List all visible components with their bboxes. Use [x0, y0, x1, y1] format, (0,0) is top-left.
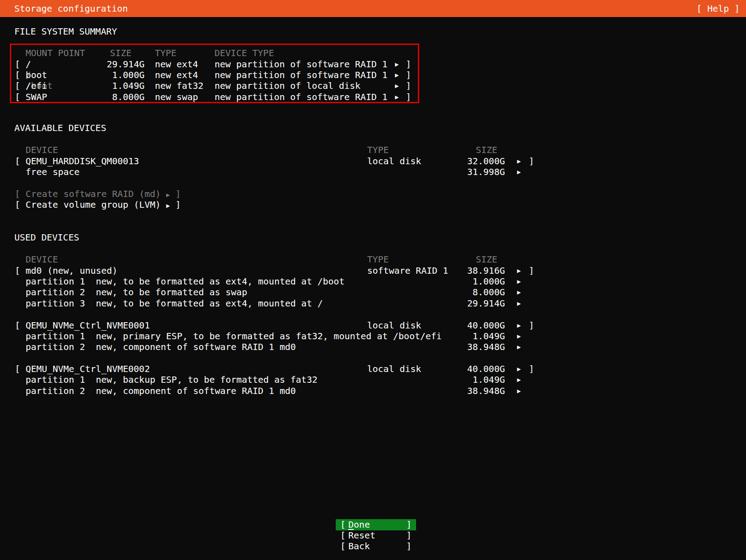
size-value: 1.000G [442, 276, 505, 287]
device-row-md0[interactable]: [ md0 (new, unused) software RAID 1 38.9… [0, 265, 746, 276]
label-rest: Reset [348, 530, 375, 541]
type-value: local disk [367, 156, 421, 166]
bracket-close: ] [529, 320, 534, 331]
label-rest: one [354, 519, 370, 530]
partition-row[interactable]: partition 1 new, to be formatted as ext4… [0, 276, 746, 287]
bracket-open: [ [340, 541, 346, 552]
available-devices-header-row: DEVICE TYPE SIZE [0, 144, 746, 156]
device-row-qemu-harddisk[interactable]: [ QEMU_HARDDISK_QM00013 local disk 32.00… [0, 156, 746, 167]
expand-arrow-icon: ▶ [395, 70, 399, 80]
fs-summary-row-boot-efi[interactable]: [ /boot/efi 1.049G new fat32 new partiti… [0, 80, 746, 92]
size-value: 29.914G [442, 298, 505, 309]
col-mount-point: MOUNT POINT [26, 48, 85, 58]
free-space-row[interactable]: free space 31.998G ▶ [0, 166, 746, 178]
device-row-nvme0002[interactable]: [ QEMU_NVMe_Ctrl_NVME0002 local disk 40.… [0, 363, 746, 375]
fs-summary-row-swap[interactable]: [ SWAP 8.000G new swap new partition of … [0, 92, 746, 103]
size-value: 38.948G [442, 385, 505, 396]
expand-arrow-icon: ▶ [517, 363, 521, 374]
expand-arrow-icon: ▶ [517, 331, 521, 341]
partition-row[interactable]: partition 3 new, to be formatted as ext4… [0, 298, 746, 309]
expand-arrow-icon: ▶ [517, 320, 521, 331]
expand-arrow-icon: ▶ [517, 385, 521, 396]
partition-label: partition 1 new, backup ESP, to be forma… [26, 374, 317, 385]
bracket-open: [ [15, 363, 20, 374]
fs-summary-row-boot[interactable]: [ /boot 1.000G new ext4 new partition of… [0, 70, 746, 81]
size-value: 40.000G [442, 320, 505, 331]
mount-label: / [26, 59, 31, 70]
type-value: software RAID 1 [367, 265, 448, 276]
done-button-label: Done [348, 519, 370, 530]
partition-label: partition 1 new, to be formatted as ext4… [26, 276, 344, 287]
reset-button[interactable]: [ Reset ] [336, 530, 416, 541]
size-value: 1.049G [442, 374, 505, 385]
col-device: DEVICE [26, 254, 58, 265]
bracket-open: [ [340, 519, 346, 530]
bracket-close: ] [406, 59, 411, 70]
done-button[interactable]: [ Done ] [336, 519, 416, 530]
partition-row[interactable]: partition 2 new, component of software R… [0, 385, 746, 397]
hotkey-letter: D [348, 519, 354, 530]
partition-row[interactable]: partition 2 new, to be formatted as swap… [0, 287, 746, 298]
mount-label: boot [26, 70, 47, 80]
expand-arrow-icon: ▶ [517, 156, 521, 166]
expand-arrow-icon: ▶ [395, 92, 399, 102]
bracket-open: [ [15, 199, 20, 210]
bracket-close: ] [529, 265, 534, 276]
storage-configuration-screen: Storage configuration [ Help ] FILE SYST… [0, 0, 746, 560]
size-value: 8.000G [94, 92, 145, 102]
bracket-open: [ [15, 188, 20, 199]
size-value: 40.000G [442, 363, 505, 374]
device-type-value: new partition of software RAID 1 [215, 70, 387, 80]
bracket-open: [ [15, 59, 20, 70]
device-type-value: new partition of software RAID 1 [215, 92, 387, 102]
type-value: new ext4 [155, 70, 198, 80]
type-value: local disk [367, 320, 421, 331]
back-button[interactable]: [ Back ] [336, 541, 416, 552]
page-title: Storage configuration [14, 3, 128, 14]
size-value: 32.000G [442, 156, 505, 166]
expand-arrow-icon: ▶ [517, 287, 521, 298]
fs-summary-heading: FILE SYSTEM SUMMARY [14, 26, 117, 37]
expand-arrow-icon: ▶ [395, 80, 399, 91]
bracket-open: [ [340, 530, 346, 541]
partition-label: partition 2 new, component of software R… [26, 341, 296, 352]
bracket-close: ] [406, 92, 411, 102]
device-name: free space [26, 166, 79, 177]
device-name: QEMU_HARDDISK_QM00013 [26, 156, 139, 166]
bracket-close: ] [406, 519, 412, 530]
reset-button-label: Reset [348, 530, 375, 541]
create-volume-group-action[interactable]: [ Create volume group (LVM) ▶ ] [15, 199, 181, 211]
bracket-close: ] [176, 199, 181, 210]
used-devices-header-row: DEVICE TYPE SIZE [0, 254, 746, 265]
col-type: TYPE [367, 144, 389, 155]
device-row-nvme0001[interactable]: [ QEMU_NVMe_Ctrl_NVME0001 local disk 40.… [0, 320, 746, 331]
help-button[interactable]: [ Help ] [697, 3, 740, 14]
device-name: QEMU_NVMe_Ctrl_NVME0002 [26, 363, 150, 374]
col-type: TYPE [155, 48, 176, 58]
action-label: Create software RAID (md) [26, 188, 161, 199]
type-value: new swap [155, 92, 198, 102]
bracket-close: ] [406, 530, 412, 541]
partition-row[interactable]: partition 1 new, primary ESP, to be form… [0, 331, 746, 342]
size-value: 29.914G [94, 59, 145, 70]
expand-arrow-icon: ▶ [517, 276, 521, 287]
device-name: md0 (new, unused) [26, 265, 118, 276]
expand-arrow-icon: ▶ [166, 191, 170, 198]
partition-row[interactable]: partition 2 new, component of software R… [0, 341, 746, 353]
fs-summary-row-root[interactable]: [ / 29.914G new ext4 new partition of so… [0, 59, 746, 70]
size-value: 38.948G [442, 341, 505, 352]
type-value: new ext4 [155, 59, 198, 70]
col-device-type: DEVICE TYPE [215, 48, 274, 58]
device-type-value: new partition of local disk [215, 80, 360, 91]
expand-arrow-icon: ▶ [517, 166, 521, 177]
bracket-open: [ [15, 156, 20, 166]
device-name: QEMU_NVMe_Ctrl_NVME0001 [26, 320, 150, 331]
size-value: 31.998G [442, 166, 505, 177]
partition-label: partition 1 new, primary ESP, to be form… [26, 331, 442, 341]
expand-arrow-icon: ▶ [517, 298, 521, 309]
create-software-raid-action: [ Create software RAID (md) ▶ ] [15, 188, 181, 200]
partition-row[interactable]: partition 1 new, backup ESP, to be forma… [0, 374, 746, 385]
size-value: 1.049G [94, 80, 145, 91]
size-value: 8.000G [442, 287, 505, 298]
available-devices-heading: AVAILABLE DEVICES [14, 122, 106, 133]
